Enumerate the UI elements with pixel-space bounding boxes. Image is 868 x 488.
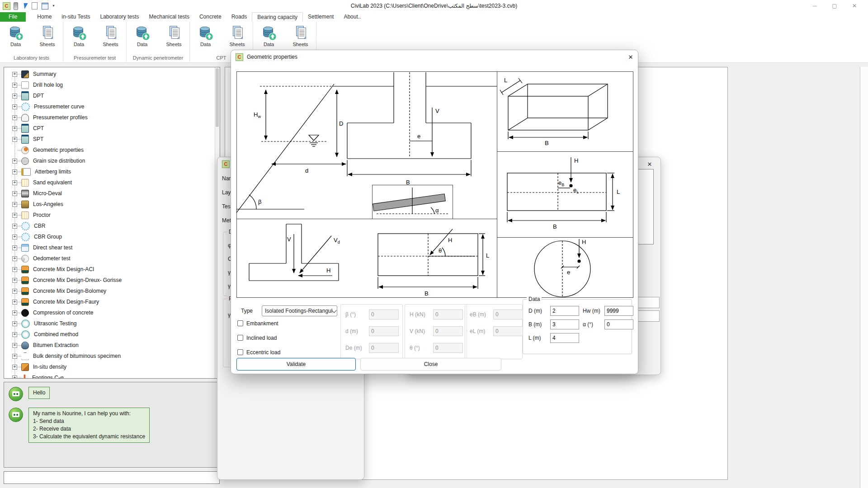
field-input[interactable]	[369, 326, 399, 336]
expand-icon[interactable]	[12, 191, 17, 196]
menu-tab[interactable]: Mechanical tests	[144, 12, 194, 22]
expand-icon[interactable]	[12, 159, 17, 164]
expand-icon[interactable]	[12, 256, 17, 261]
tree-item[interactable]: Concrete Mix Design-Dreux- Gorisse	[4, 275, 212, 286]
tree-item[interactable]: CBR Group	[4, 231, 212, 242]
tree-item[interactable]: Sand equivalent	[4, 177, 212, 188]
field-input[interactable]	[433, 326, 463, 336]
tree-item[interactable]: Footings C-φ	[4, 372, 212, 379]
expand-icon[interactable]	[12, 343, 17, 348]
maximize-button[interactable]: ▢	[825, 0, 844, 12]
tree-item[interactable]: Compression of concrete	[4, 307, 212, 318]
close-button[interactable]: ✕	[844, 0, 864, 12]
expand-icon[interactable]	[12, 224, 17, 229]
expand-icon[interactable]	[12, 375, 17, 379]
menu-tab[interactable]: Bearing capacity	[252, 12, 303, 22]
expand-icon[interactable]	[12, 104, 17, 109]
expand-icon[interactable]	[12, 213, 17, 218]
tree-item[interactable]: Proctor	[4, 210, 212, 221]
minimize-button[interactable]: ─	[805, 0, 825, 12]
tree-item[interactable]: Concrete Mix Design-Faury	[4, 296, 212, 307]
instrument-icon[interactable]	[14, 2, 18, 10]
tree-item[interactable]: Grain size distribution	[4, 155, 212, 166]
expand-icon[interactable]	[12, 72, 17, 77]
expand-icon[interactable]	[12, 321, 17, 326]
expand-icon[interactable]	[12, 310, 17, 315]
menu-tab[interactable]: About..	[339, 12, 366, 22]
tree-item[interactable]: Concrete Mix Design-ACI	[4, 264, 212, 275]
checkbox[interactable]	[237, 349, 243, 355]
tree-item[interactable]: In-situ density	[4, 361, 212, 372]
type-select[interactable]: Isolated Footings-Rectangul	[262, 305, 337, 316]
menu-tab[interactable]: File	[0, 12, 26, 22]
menu-tab[interactable]: Roads	[226, 12, 252, 22]
tree-item[interactable]: Micro-Deval	[4, 188, 212, 199]
expand-icon[interactable]	[12, 235, 17, 239]
tree-item[interactable]: CBR	[4, 221, 212, 231]
expand-icon[interactable]	[12, 245, 17, 250]
expand-icon[interactable]	[12, 180, 17, 185]
expand-icon[interactable]	[12, 83, 17, 88]
field-input[interactable]	[433, 310, 463, 319]
tree-item[interactable]: Concrete Mix Design-Bolomey	[4, 286, 212, 296]
close-icon[interactable]: ✕	[644, 160, 655, 169]
right-scroll-strip[interactable]	[860, 67, 868, 488]
expand-icon[interactable]	[12, 137, 17, 142]
menu-tab[interactable]: Laboratory tests	[95, 12, 144, 22]
checkbox-row[interactable]: Embankment	[237, 320, 280, 327]
scrollbar-thumb[interactable]	[216, 68, 219, 127]
tree-item[interactable]: DPT	[4, 90, 212, 101]
flash-icon[interactable]	[22, 3, 28, 9]
tree-item[interactable]: Direct shear test	[4, 242, 212, 253]
checkbox[interactable]	[237, 335, 243, 341]
close-dialog-button[interactable]: Close	[360, 358, 501, 371]
save-as-icon[interactable]	[42, 3, 48, 9]
field-input[interactable]	[493, 310, 523, 319]
checkbox-row[interactable]: Eccentric load	[237, 349, 280, 356]
menu-tab[interactable]: in-situ Tests	[57, 12, 95, 22]
tree-item[interactable]: Los-Angeles	[4, 199, 212, 210]
menu-tab[interactable]: Home	[32, 12, 57, 22]
field-input[interactable]	[550, 333, 579, 343]
field-input[interactable]	[604, 306, 633, 316]
dropdown-caret-icon[interactable]	[52, 2, 55, 10]
expand-icon[interactable]	[12, 94, 17, 99]
expand-icon[interactable]	[12, 300, 17, 305]
field-input[interactable]	[369, 343, 399, 353]
tree-item[interactable]: Pressuremeter curve	[4, 101, 212, 112]
expand-icon[interactable]	[12, 202, 17, 207]
expand-icon[interactable]	[12, 289, 17, 294]
expand-icon[interactable]	[12, 354, 17, 359]
tree-item[interactable]: CPT	[4, 123, 212, 134]
field-input[interactable]	[433, 343, 463, 353]
field-input[interactable]	[493, 326, 523, 336]
menu-tab[interactable]: Concrete	[194, 12, 226, 22]
validate-button[interactable]: Validate	[236, 358, 356, 371]
field-input[interactable]	[550, 319, 579, 329]
field-input[interactable]	[604, 319, 633, 329]
chat-input[interactable]	[4, 471, 220, 484]
tree-item[interactable]: Oedometer test	[4, 253, 212, 264]
new-file-icon[interactable]	[32, 2, 38, 9]
expand-icon[interactable]	[12, 365, 17, 370]
tree-item[interactable]: Atterberg limits	[4, 166, 212, 177]
dialog-close-button[interactable]: ✕	[624, 52, 637, 63]
tree-item[interactable]: Pressuremeter profiles	[4, 112, 212, 123]
tree-item[interactable]: Ultrasonic Testing	[4, 318, 212, 329]
tree-item[interactable]: Geometric properties	[4, 145, 212, 155]
expand-icon[interactable]	[12, 278, 17, 283]
expand-icon[interactable]	[12, 169, 17, 174]
tree-item[interactable]: Drill hole log	[4, 80, 212, 90]
tree-item[interactable]: Summary	[4, 69, 212, 80]
tree-item[interactable]: Bulk density of bituminous specimen	[4, 351, 212, 361]
field-input[interactable]	[369, 310, 399, 319]
expand-icon[interactable]	[12, 115, 17, 120]
expand-icon[interactable]	[12, 267, 17, 272]
tree-item[interactable]: Bitumen Extraction	[4, 340, 212, 351]
tree-item[interactable]: Combined method	[4, 329, 212, 340]
expand-icon[interactable]	[12, 126, 17, 131]
field-input[interactable]	[550, 306, 579, 316]
menu-tab[interactable]: Settlement	[303, 12, 339, 22]
checkbox[interactable]	[237, 320, 243, 326]
checkbox-row[interactable]: Inclined load	[237, 334, 280, 341]
